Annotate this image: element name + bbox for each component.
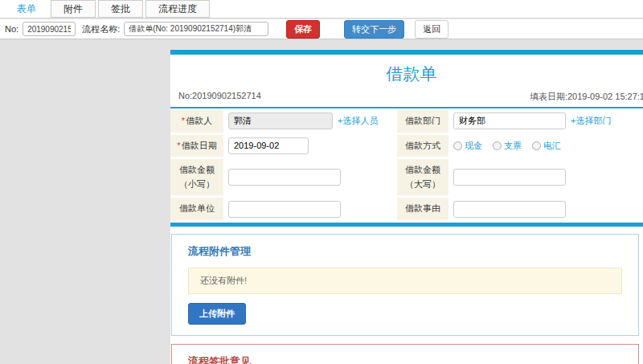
form-meta-row: No:20190902152714 填表日期:2019-09-02 15:27:… [170, 88, 643, 108]
label-date: *借款日期 [170, 135, 223, 157]
label-department: 借款部门 [397, 110, 448, 133]
radio-cash[interactable]: 现金 [453, 140, 482, 152]
top-toolbar: No: 流程名称: 保存 转交下一步 返回 [0, 19, 643, 39]
radio-check[interactable]: 支票 [493, 140, 522, 152]
tab-form[interactable]: 表单 [5, 0, 48, 18]
next-step-button[interactable]: 转交下一步 [344, 20, 404, 39]
label-unit: 借款单位 [170, 198, 223, 220]
form-fill-date: 填表日期:2019-09-02 15:27:1 [530, 91, 643, 103]
label-reason: 借款事由 [397, 198, 448, 220]
back-button[interactable]: 返回 [415, 20, 448, 39]
amount-lower-input[interactable] [228, 169, 341, 186]
department-input[interactable] [453, 112, 566, 129]
no-label: No: [5, 24, 18, 34]
save-button[interactable]: 保存 [286, 20, 320, 39]
flow-name-label: 流程名称: [82, 23, 120, 35]
select-person-link[interactable]: +选择人员 [338, 115, 378, 127]
approval-panel: 流程签批意见 B I abc [171, 344, 639, 364]
reason-input[interactable] [453, 201, 566, 218]
unit-input[interactable] [228, 201, 341, 218]
form-footer-bar [170, 223, 643, 227]
label-borrower: *借款人 [170, 110, 223, 133]
form-panel: 借款单 No:20190902152714 填表日期:2019-09-02 15… [170, 50, 643, 364]
borrower-input[interactable] [228, 112, 333, 129]
form-grid: *借款人 +选择人员 借款部门 +选择部门 *借款日期 借款方式 现金 支票 电… [170, 110, 643, 220]
attachments-heading: 流程附件管理 [188, 244, 622, 259]
radio-circle-icon [532, 141, 541, 150]
approval-heading: 流程签批意见 [188, 354, 622, 364]
label-amount-upper: 借款金额（大写） [397, 159, 448, 195]
required-asterisk: * [177, 141, 180, 150]
no-input[interactable] [23, 22, 76, 36]
date-input[interactable] [228, 137, 309, 154]
tab-bar: 表单 附件 签批 流程进度 [0, 0, 643, 18]
form-title: 借款单 [170, 55, 643, 88]
select-department-link[interactable]: +选择部门 [571, 115, 611, 127]
amount-upper-input[interactable] [453, 169, 566, 186]
tab-approval[interactable]: 签批 [98, 0, 143, 18]
label-method: 借款方式 [397, 135, 448, 157]
radio-wire[interactable]: 电汇 [532, 140, 561, 152]
attachments-panel: 流程附件管理 还没有附件! 上传附件 [171, 234, 639, 336]
flow-name-input[interactable] [124, 22, 268, 36]
tab-attachments[interactable]: 附件 [51, 0, 96, 18]
radio-circle-icon [453, 141, 462, 150]
attachments-empty-message: 还没有附件! [188, 268, 622, 294]
label-amount-lower: 借款金额（小写） [170, 159, 223, 195]
required-asterisk: * [182, 116, 185, 125]
radio-circle-icon [493, 141, 502, 150]
tab-progress[interactable]: 流程进度 [145, 0, 210, 18]
form-no: No:20190902152714 [178, 91, 261, 103]
upload-attachment-button[interactable]: 上传附件 [188, 303, 246, 325]
